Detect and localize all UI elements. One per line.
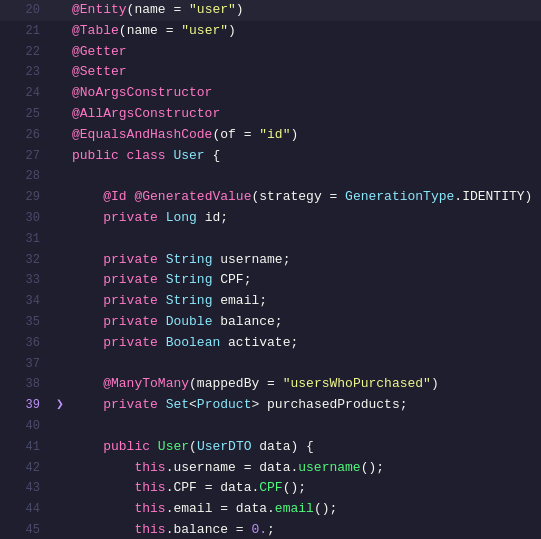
token: @Id <box>103 189 126 204</box>
token: ) <box>228 23 236 38</box>
line-number: 26 <box>8 126 40 145</box>
code-line: 21@Table(name = "user") <box>0 21 541 42</box>
line-content: @Setter <box>72 62 533 83</box>
token <box>158 272 166 287</box>
line-number: 20 <box>8 1 40 20</box>
line-number: 30 <box>8 209 40 228</box>
token: { <box>205 148 221 163</box>
code-line: 20@Entity(name = "user") <box>0 0 541 21</box>
token: balance; <box>212 314 282 329</box>
code-line: 36 private Boolean activate; <box>0 333 541 354</box>
code-line: 29 @Id @GeneratedValue(strategy = Genera… <box>0 187 541 208</box>
token: this <box>134 460 165 475</box>
line-content: @NoArgsConstructor <box>72 83 533 104</box>
code-line: 30 private Long id; <box>0 208 541 229</box>
token: String <box>166 293 213 308</box>
token <box>150 439 158 454</box>
line-number: 27 <box>8 147 40 166</box>
token <box>72 335 103 350</box>
token: ) <box>236 2 244 17</box>
token: (); <box>314 501 337 516</box>
code-editor: 20@Entity(name = "user")21@Table(name = … <box>0 0 541 539</box>
line-number: 41 <box>8 438 40 457</box>
line-content: private Long id; <box>72 208 533 229</box>
line-content: this.username = data.username(); <box>72 458 533 479</box>
token: public <box>103 439 150 454</box>
line-number: 40 <box>8 417 40 436</box>
token: ) <box>290 127 298 142</box>
token <box>72 272 103 287</box>
code-line: 24@NoArgsConstructor <box>0 83 541 104</box>
line-number: 23 <box>8 63 40 82</box>
token: 0. <box>251 522 267 537</box>
token: email <box>275 501 314 516</box>
token <box>72 501 134 516</box>
token: = <box>259 376 282 391</box>
token: "usersWhoPurchased" <box>283 376 431 391</box>
token: ( <box>189 376 197 391</box>
token: Boolean <box>166 335 221 350</box>
token: public <box>72 148 119 163</box>
token: CPF <box>259 480 282 495</box>
line-number: 29 <box>8 188 40 207</box>
token <box>72 210 103 225</box>
token: .balance = <box>166 522 252 537</box>
token: Double <box>166 314 213 329</box>
line-number: 43 <box>8 479 40 498</box>
token <box>72 314 103 329</box>
line-number: 21 <box>8 22 40 41</box>
token: this <box>134 480 165 495</box>
line-content <box>72 166 533 187</box>
code-line: 41 public User(UserDTO data) { <box>0 437 541 458</box>
token: of <box>220 127 236 142</box>
line-number: 44 <box>8 500 40 519</box>
line-number: 28 <box>8 167 40 186</box>
token <box>158 314 166 329</box>
token <box>72 480 134 495</box>
token: (); <box>283 480 306 495</box>
code-line: 38 @ManyToMany(mappedBy = "usersWhoPurch… <box>0 374 541 395</box>
token: private <box>103 210 158 225</box>
line-content: @Table(name = "user") <box>72 21 533 42</box>
token: String <box>166 252 213 267</box>
token: ( <box>189 439 197 454</box>
line-content: private String CPF; <box>72 270 533 291</box>
token <box>72 439 103 454</box>
line-content: @Getter <box>72 42 533 63</box>
token: class <box>119 148 174 163</box>
line-content: public User(UserDTO data) { <box>72 437 533 458</box>
token: @GeneratedValue <box>134 189 251 204</box>
line-content: @ManyToMany(mappedBy = "usersWhoPurchase… <box>72 374 533 395</box>
code-line: 44 this.email = data.email(); <box>0 499 541 520</box>
line-content: public class User { <box>72 146 533 167</box>
line-number: 31 <box>8 230 40 249</box>
token: Set <box>166 397 189 412</box>
token <box>72 397 103 412</box>
token: private <box>103 397 158 412</box>
line-number: 22 <box>8 43 40 62</box>
token: name <box>127 23 158 38</box>
code-line: 26@EqualsAndHashCode(of = "id") <box>0 125 541 146</box>
line-number: 37 <box>8 355 40 374</box>
token: @Table <box>72 23 119 38</box>
token: .username = data. <box>166 460 299 475</box>
code-line: 31 <box>0 229 541 250</box>
line-content: private String username; <box>72 250 533 271</box>
line-content: @AllArgsConstructor <box>72 104 533 125</box>
line-content: @Entity(name = "user") <box>72 0 533 21</box>
token: ; <box>267 522 275 537</box>
line-content <box>72 229 533 250</box>
token: @AllArgsConstructor <box>72 106 220 121</box>
code-line: 42 this.username = data.username(); <box>0 458 541 479</box>
token: UserDTO <box>197 439 252 454</box>
code-line: 23@Setter <box>0 62 541 83</box>
line-content: private Boolean activate; <box>72 333 533 354</box>
code-line: 35 private Double balance; <box>0 312 541 333</box>
token: ( <box>119 23 127 38</box>
token: strategy <box>259 189 321 204</box>
token: .email = data. <box>166 501 275 516</box>
line-number: 24 <box>8 84 40 103</box>
token <box>72 460 134 475</box>
token <box>72 522 134 537</box>
line-content: private Set<Product> purchasedProducts; <box>72 395 533 416</box>
